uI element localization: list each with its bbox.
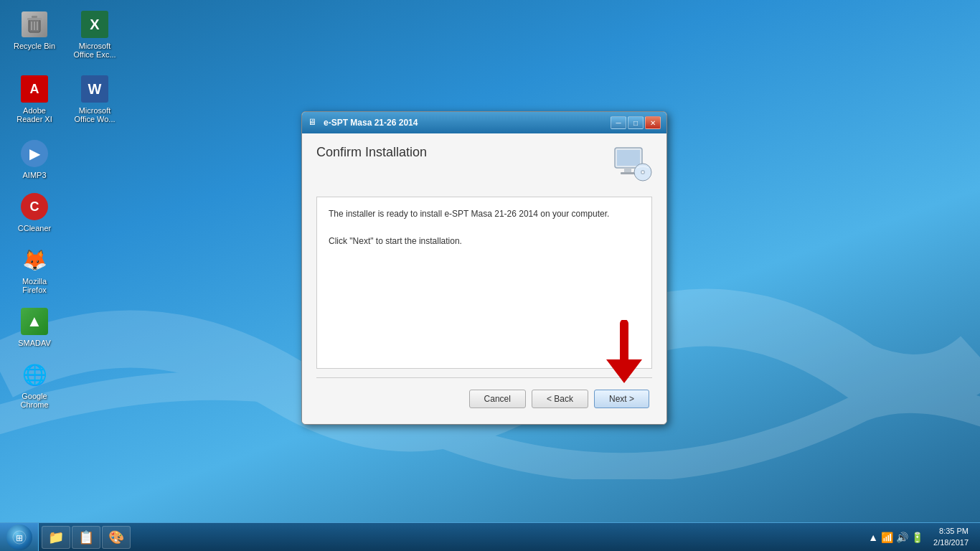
dialog-window-controls: ─ □ ✕ bbox=[611, 116, 661, 129]
dialog-body-line2: Click "Next" to start the installation. bbox=[329, 235, 640, 248]
desktop-icons: Recycle Bin X MicrosoftOffice Exc... A A… bbox=[7, 7, 122, 412]
google-chrome-label: GoogleChrome bbox=[20, 392, 48, 409]
aimp-icon: ▶ bbox=[21, 140, 48, 167]
minimize-button[interactable]: ─ bbox=[611, 116, 626, 129]
smadav-icon: ▲ bbox=[21, 308, 48, 335]
ccleaner-icon: C bbox=[21, 193, 48, 220]
start-button[interactable]: ⊞ bbox=[0, 523, 39, 552]
taskbar: ⊞ 📁 📋 🎨 ▲ 📶 🔊 🔋 8:35 PM 2/18/2017 bbox=[0, 522, 980, 551]
tray-network-icon[interactable]: 📶 bbox=[881, 532, 893, 543]
firefox-icon: 🦊 bbox=[21, 246, 48, 273]
desktop-icon-google-chrome[interactable]: 🌐 GoogleChrome bbox=[7, 357, 62, 412]
clock-date: 2/18/2017 bbox=[933, 537, 969, 548]
svg-point-12 bbox=[642, 171, 644, 174]
tray-arrow-icon[interactable]: ▲ bbox=[868, 532, 878, 543]
system-tray: ▲ 📶 🔊 🔋 8:35 PM 2/18/2017 bbox=[862, 526, 980, 548]
ms-word-label: MicrosoftOffice Wo... bbox=[74, 106, 115, 123]
adobe-reader-label: AdobeReader XI bbox=[17, 106, 52, 123]
svg-rect-2 bbox=[32, 16, 37, 18]
taskbar-device-manager[interactable]: 📋 bbox=[72, 526, 100, 549]
desktop-icon-firefox[interactable]: 🦊 MozillaFirefox bbox=[7, 242, 62, 297]
taskbar-clock[interactable]: 8:35 PM 2/18/2017 bbox=[928, 526, 974, 548]
tray-battery-icon: 🔋 bbox=[911, 532, 923, 543]
dialog-body-line1: The installer is ready to install e-SPT … bbox=[329, 207, 640, 221]
desktop-icon-recycle-bin[interactable]: Recycle Bin bbox=[7, 7, 62, 62]
chrome-icon: 🌐 bbox=[21, 361, 48, 388]
svg-text:⊞: ⊞ bbox=[16, 533, 23, 543]
desktop-icon-ms-excel[interactable]: X MicrosoftOffice Exc... bbox=[67, 7, 122, 62]
dialog-body: Confirm Installation bbox=[302, 133, 666, 424]
smadav-label: SMADAV bbox=[18, 339, 51, 347]
next-button[interactable]: Next > bbox=[594, 390, 649, 408]
start-orb: ⊞ bbox=[6, 524, 32, 550]
excel-icon: X bbox=[81, 11, 108, 38]
desktop-icon-ms-word[interactable]: W MicrosoftOffice Wo... bbox=[67, 72, 122, 126]
paint-icon: 🎨 bbox=[108, 529, 124, 545]
svg-rect-8 bbox=[624, 168, 631, 172]
taskbar-paint[interactable]: 🎨 bbox=[102, 526, 131, 549]
ms-excel-label: MicrosoftOffice Exc... bbox=[73, 42, 116, 59]
installer-computer-icon bbox=[612, 145, 652, 185]
installer-dialog: 🖥 e-SPT Masa 21-26 2014 ─ □ ✕ Confirm In… bbox=[301, 111, 667, 425]
dialog-title-icon: 🖥 bbox=[308, 117, 319, 128]
desktop-icon-ccleaner[interactable]: C CCleaner bbox=[7, 189, 62, 235]
dialog-heading: Confirm Installation bbox=[316, 145, 427, 160]
svg-rect-9 bbox=[621, 172, 635, 174]
close-button[interactable]: ✕ bbox=[645, 116, 661, 129]
tray-volume-icon[interactable]: 🔊 bbox=[896, 532, 908, 543]
recycle-bin-label: Recycle Bin bbox=[14, 42, 55, 50]
maximize-button[interactable]: □ bbox=[628, 116, 644, 129]
dialog-buttons-row: Cancel < Back Next > bbox=[316, 385, 652, 413]
desktop-icon-aimp[interactable]: ▶ AIMP3 bbox=[7, 136, 62, 182]
svg-rect-7 bbox=[617, 150, 640, 166]
ccleaner-label: CCleaner bbox=[18, 224, 51, 232]
dialog-separator bbox=[316, 377, 652, 378]
cancel-button[interactable]: Cancel bbox=[469, 390, 526, 408]
back-button[interactable]: < Back bbox=[532, 390, 588, 408]
dialog-content-area: The installer is ready to install e-SPT … bbox=[316, 197, 652, 369]
desktop-icon-smadav[interactable]: ▲ SMADAV bbox=[7, 304, 62, 350]
tray-icons: ▲ 📶 🔊 🔋 bbox=[868, 532, 923, 543]
device-manager-icon: 📋 bbox=[78, 529, 94, 545]
clock-time: 8:35 PM bbox=[933, 526, 969, 537]
taskbar-items: 📁 📋 🎨 bbox=[39, 523, 862, 551]
dialog-titlebar: 🖥 e-SPT Masa 21-26 2014 ─ □ ✕ bbox=[302, 112, 666, 133]
adobe-icon: A bbox=[21, 75, 48, 103]
firefox-label: MozillaFirefox bbox=[22, 277, 47, 294]
file-explorer-icon: 📁 bbox=[48, 529, 64, 545]
dialog-header-row: Confirm Installation bbox=[316, 145, 652, 185]
dialog-title-text: e-SPT Masa 21-26 2014 bbox=[324, 118, 606, 128]
desktop-icon-adobe-reader[interactable]: A AdobeReader XI bbox=[7, 72, 62, 126]
aimp-label: AIMP3 bbox=[22, 171, 46, 179]
svg-rect-1 bbox=[27, 18, 42, 20]
word-icon: W bbox=[81, 75, 108, 103]
taskbar-file-explorer[interactable]: 📁 bbox=[42, 526, 70, 549]
